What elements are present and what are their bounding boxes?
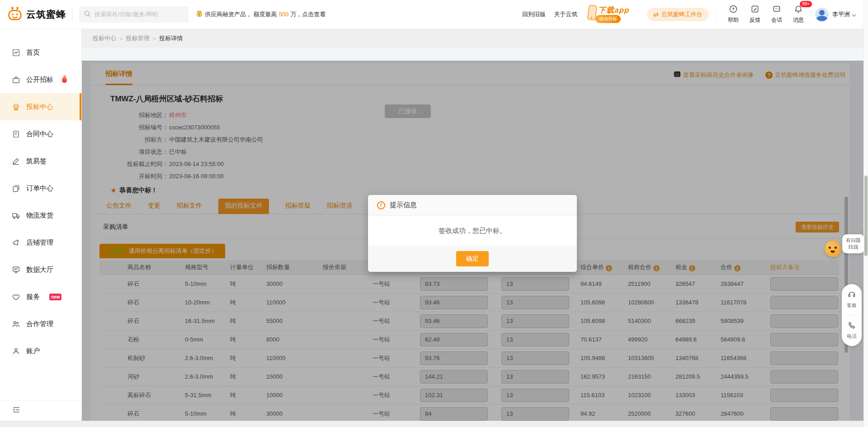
exclamation-circle-icon: ! (377, 201, 385, 209)
window-scrollbar-track[interactable] (863, 0, 868, 427)
promo-highlight: 500 (279, 11, 289, 18)
message-label: 消息 (793, 16, 804, 24)
sidebar-item-label: 合同中心 (26, 130, 53, 138)
svg-text:?: ? (732, 7, 735, 11)
avatar[interactable] (815, 8, 829, 21)
modal-header: ! 提示信息 (368, 195, 577, 216)
download-app-badge[interactable]: 下载app 移动投标 (587, 3, 641, 26)
about-link[interactable]: 关于云筑 (554, 10, 577, 19)
sidebar-item-label: 订单中心 (26, 184, 53, 193)
bee-logo-icon (7, 6, 23, 23)
chat-label: 会话 (771, 16, 782, 24)
close-icon[interactable]: ✕ (860, 229, 863, 234)
search-icon (84, 10, 91, 19)
search-input[interactable] (94, 11, 180, 18)
sidebar-item-logistics[interactable]: 物流发货 (0, 202, 81, 229)
breadcrumb-separator: > (153, 35, 156, 42)
modal-title: 提示信息 (390, 201, 417, 209)
sidebar-item-esign[interactable]: 筑易签 (0, 147, 81, 175)
sidebar-item-home[interactable]: 首页 (0, 39, 81, 66)
breadcrumb: 投标中心 > 投标管理 > 投标详情 (82, 29, 868, 48)
pill-divider (847, 315, 856, 315)
sidebar-item-label: 店铺管理 (26, 238, 53, 247)
sidebar-item-shop-management[interactable]: 店铺管理 (0, 229, 81, 256)
sidebar-item-label: 物流发货 (26, 211, 53, 220)
notice-modal: ! 提示信息 签收成功，您已中标。 确定 (368, 195, 577, 272)
sidebar-item-label: 服务 (26, 293, 40, 301)
feedback-nav-item[interactable]: 反馈 (745, 5, 765, 24)
workbench-label: 云筑蜜蜂工作台 (661, 10, 703, 19)
sidebar-item-label: 筑易签 (26, 157, 47, 166)
modal-message: 签收成功，您已中标。 (368, 216, 577, 246)
header-divider (72, 7, 73, 22)
top-header: 云筑蜜蜂 ¥ 供应商融资产品， 额度最高500万，点击查看 回到旧版 关于云筑 … (0, 0, 868, 29)
modal-footer: 确定 (368, 246, 577, 272)
mobile-bid-badge: 移动投标 (595, 15, 621, 23)
promo-text-suffix: 万，点击查看 (290, 10, 326, 19)
sidebar-item-label: 首页 (26, 48, 40, 57)
breadcrumb-bid-detail: 投标详情 (159, 34, 183, 43)
sidebar-item-services[interactable]: 服务 new (0, 283, 81, 310)
switch-icon: ⇄ (653, 11, 659, 18)
svg-text:¥: ¥ (198, 13, 200, 16)
sidebar-collapse-button[interactable] (0, 400, 81, 421)
breadcrumb-bid-center[interactable]: 投标中心 (93, 34, 116, 43)
download-app-label: 下载app (598, 5, 629, 15)
horizontal-scrollbar-track[interactable] (0, 421, 863, 427)
sidebar-item-label: 公开招标 (26, 76, 53, 84)
sidebar-item-public-bidding[interactable]: 公开招标 (0, 66, 81, 93)
bee-mascot-icon[interactable] (825, 241, 841, 257)
sidebar-item-account[interactable]: 账户 (0, 337, 81, 365)
user-name[interactable]: 李平洲 (832, 10, 850, 19)
breadcrumb-bid-management[interactable]: 投标管理 (126, 34, 150, 43)
service-float-panel: 客服 电话 (842, 284, 862, 346)
finance-promo-link[interactable]: ¥ 供应商融资产品， 额度最高500万，点击查看 (196, 10, 326, 19)
sidebar-item-data-hall[interactable]: 数据大厅 (0, 256, 81, 283)
hot-flame-icon (62, 77, 67, 83)
collapse-icon (12, 405, 21, 416)
sidebar-item-contract-center[interactable]: 合同中心 (0, 120, 81, 147)
bee-assistant: ✕ 有问题 找我 (825, 234, 864, 257)
feedback-icon (750, 5, 760, 15)
header-right: 回到旧版 关于云筑 下载app 移动投标 ⇄ 云筑蜜蜂工作台 ? 帮助 反馈 (514, 3, 856, 26)
promo-text-prefix: 供应商融资产品， 额度最高 (205, 10, 277, 19)
help-nav-item[interactable]: ? 帮助 (723, 5, 744, 24)
help-icon: ? (729, 5, 738, 15)
customer-service-button[interactable]: 客服 (847, 290, 857, 309)
sidebar-item-cooperation[interactable]: 合作管理 (0, 310, 81, 337)
window-scrollbar-thumb[interactable] (864, 176, 868, 256)
sidebar-item-label: 账户 (26, 347, 40, 356)
search-box[interactable] (79, 6, 189, 23)
phone-contact-button[interactable]: 电话 (847, 321, 857, 340)
sidebar-item-label: 数据大厅 (26, 266, 53, 274)
sidebar-item-label: 投标中心 (26, 103, 53, 111)
message-count-badge: 99+ (800, 1, 812, 7)
app-logo[interactable]: 云筑蜜蜂 (7, 6, 66, 23)
sidebar-item-bid-center[interactable]: 投标中心 (0, 93, 81, 120)
confirm-button[interactable]: 确定 (456, 251, 489, 266)
headset-icon (848, 290, 856, 300)
workbench-button[interactable]: ⇄ 云筑蜜蜂工作台 (647, 8, 709, 21)
chat-nav-item[interactable]: 会话 (766, 5, 787, 24)
sidebar-item-order-center[interactable]: 订单中心 (0, 175, 81, 202)
page: 云筑蜜蜂 ¥ 供应商融资产品， 额度最高500万，点击查看 回到旧版 关于云筑 … (0, 0, 868, 427)
sidebar: 首页 公开招标 投标中心 合同中心 筑易签 订单中心 物流发货 (0, 29, 82, 421)
chat-icon (772, 5, 781, 15)
breadcrumb-separator: > (119, 35, 123, 42)
sidebar-item-label: 合作管理 (26, 320, 53, 328)
header-separator (716, 9, 717, 20)
new-badge: new (49, 294, 61, 300)
help-bubble[interactable]: 有问题 找我 (842, 234, 864, 253)
money-bag-icon: ¥ (196, 10, 203, 19)
logo-text: 云筑蜜蜂 (26, 8, 66, 21)
feedback-label: 反馈 (750, 16, 760, 24)
back-old-version-link[interactable]: 回到旧版 (522, 10, 546, 19)
chevron-down-icon[interactable] (852, 10, 856, 19)
message-nav-item[interactable]: 99+ 消息 (788, 5, 809, 24)
phone-icon (848, 321, 856, 331)
help-label: 帮助 (728, 16, 739, 24)
